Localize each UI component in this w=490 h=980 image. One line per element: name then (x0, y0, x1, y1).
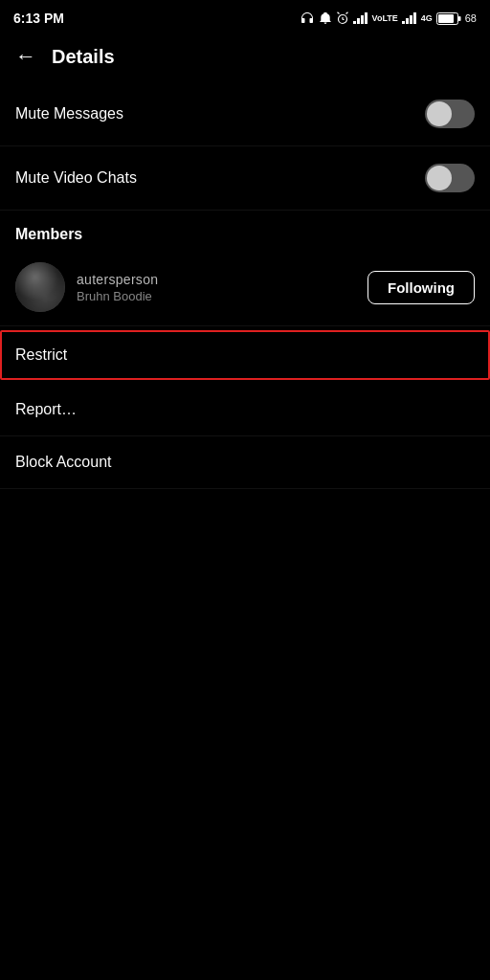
mute-video-chats-label: Mute Video Chats (15, 169, 137, 187)
svg-rect-10 (406, 18, 409, 24)
volte-text: VoLTE (372, 13, 398, 23)
member-info: autersperson Bruhn Boodie (15, 262, 158, 312)
bell-icon (319, 11, 332, 25)
mute-video-chats-row: Mute Video Chats (0, 146, 490, 211)
block-account-label: Block Account (15, 454, 112, 470)
back-button[interactable]: ← (15, 44, 36, 69)
member-names: autersperson Bruhn Boodie (77, 272, 158, 303)
signal-icon (353, 12, 368, 24)
svg-rect-9 (402, 21, 405, 24)
member-row: autersperson Bruhn Boodie Following (0, 253, 490, 326)
4g-text: 4G (421, 13, 433, 23)
svg-rect-15 (458, 16, 461, 21)
svg-rect-12 (413, 12, 416, 24)
battery-percentage: 68 (465, 12, 477, 24)
toggle-knob (427, 101, 452, 126)
svg-rect-14 (438, 14, 454, 23)
status-icons: VoLTE 4G 68 (300, 11, 477, 25)
member-displayname: Bruhn Boodie (77, 289, 158, 303)
svg-rect-11 (410, 15, 412, 24)
headphone-icon (300, 11, 315, 25)
mute-video-chats-toggle[interactable] (425, 164, 475, 192)
svg-rect-5 (353, 21, 356, 24)
svg-line-3 (337, 12, 339, 14)
following-button[interactable]: Following (368, 271, 475, 304)
battery-icon (436, 12, 461, 25)
signal-4g-icon (402, 12, 417, 24)
member-username: autersperson (77, 272, 158, 287)
mute-messages-row: Mute Messages (0, 82, 490, 146)
block-account-row[interactable]: Block Account (0, 436, 490, 489)
header: ← Details (0, 34, 490, 82)
restrict-label: Restrict (15, 346, 67, 363)
svg-line-4 (345, 12, 347, 14)
status-time: 6:13 PM (13, 11, 64, 26)
avatar (15, 262, 65, 312)
status-bar: 6:13 PM VoLTE (0, 0, 490, 34)
report-label: Report… (15, 401, 77, 417)
mute-messages-toggle[interactable] (425, 100, 475, 128)
members-section-label: Members (0, 211, 490, 253)
toggle-knob-2 (427, 166, 452, 190)
svg-rect-7 (361, 15, 364, 24)
svg-rect-8 (365, 12, 368, 24)
page-title: Details (52, 46, 115, 68)
mute-messages-label: Mute Messages (15, 105, 123, 122)
restrict-row[interactable]: Restrict (0, 330, 490, 380)
svg-rect-6 (357, 18, 360, 24)
alarm-icon (336, 11, 349, 25)
report-row[interactable]: Report… (0, 384, 490, 436)
